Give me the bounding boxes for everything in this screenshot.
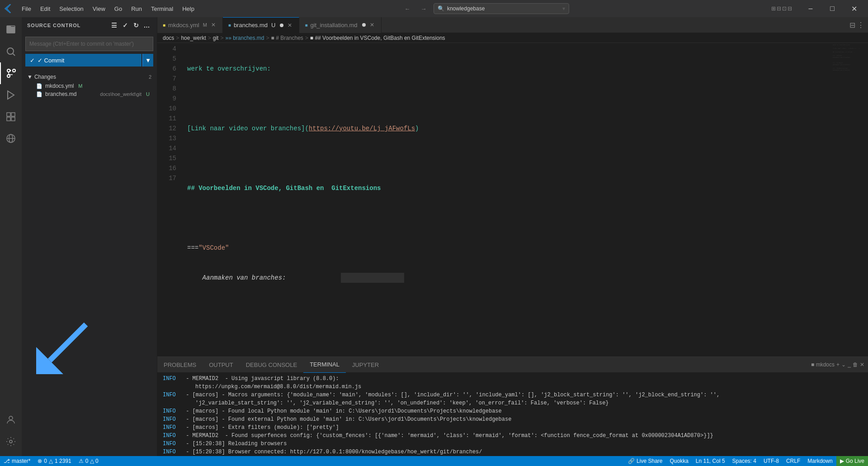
terminal-add-button[interactable]: + — [836, 361, 840, 368]
svg-marker-6 — [8, 91, 14, 99]
status-language[interactable]: Markdown — [804, 456, 836, 466]
status-spaces[interactable]: Spaces: 4 — [729, 456, 760, 466]
commit-row: ✓ ✓ Commit ▼ — [25, 54, 153, 67]
tab-branches-md[interactable]: ■ branches.md U ✕ — [223, 17, 300, 33]
breadcrumb-section[interactable]: ■ ## Voorbeelden in VSCode, GitBash en G… — [310, 35, 445, 41]
menu-file[interactable]: File — [17, 0, 36, 17]
status-go-live[interactable]: ▶ Go Live — [836, 456, 868, 466]
menu-help[interactable]: Help — [178, 0, 199, 17]
live-share-icon: 🔗 — [628, 458, 635, 464]
status-errors[interactable]: ⚠ 0 △ 0 — [75, 456, 102, 466]
activity-run[interactable] — [0, 84, 22, 106]
menu-run[interactable]: Run — [127, 0, 146, 17]
activity-extensions[interactable] — [0, 106, 22, 128]
tab-dot-2 — [362, 23, 366, 27]
go-live-label: Go Live — [846, 458, 864, 464]
svg-point-1 — [7, 48, 14, 54]
tab-debug-console[interactable]: DEBUG CONSOLE — [240, 357, 303, 373]
tab-jupyter[interactable]: JUPYTER — [346, 357, 385, 373]
svg-rect-9 — [7, 117, 10, 121]
code-editor: 4 5 6 7 8 9 10 11 12 13 14 15 16 17 werk… — [157, 43, 868, 357]
activity-settings[interactable] — [0, 431, 22, 452]
tab-close-git-install[interactable]: ✕ — [368, 21, 376, 29]
changes-label: Changes — [34, 74, 56, 80]
yaml-icon: ■ — [163, 23, 165, 28]
sidebar-action-more[interactable]: … — [142, 21, 151, 30]
tab-output[interactable]: OUTPUT — [203, 357, 239, 373]
activity-accounts[interactable] — [0, 409, 22, 431]
status-quokka[interactable]: Quokka — [666, 456, 692, 466]
status-encoding[interactable]: UTF-8 — [760, 456, 783, 466]
menu-go[interactable]: Go — [110, 0, 127, 17]
tab-label-mkdocs: mkdocs.yml — [168, 22, 199, 29]
menu-view[interactable]: View — [88, 0, 110, 17]
more-actions-icon[interactable]: ⋮ — [857, 21, 864, 29]
status-live-share[interactable]: 🔗 Live Share — [624, 456, 666, 466]
terminal-close-button[interactable]: ✕ — [860, 361, 864, 368]
commit-button[interactable]: ✓ ✓ Commit — [25, 54, 142, 67]
status-line-ending[interactable]: CRLF — [783, 456, 804, 466]
breadcrumb-branches-file[interactable]: »» branches.md — [225, 35, 264, 41]
sidebar: SOURCE CONTROL ☰ ✓ ↻ … Message (Ctrl+Ent… — [22, 17, 157, 456]
go-live-icon: ▶ — [840, 458, 844, 464]
terminal-line-9: INFO - [15:20:38] Reloading browsers — [163, 440, 863, 448]
terminal-split-button[interactable]: ⎯ — [848, 361, 851, 368]
minimize-button[interactable]: – — [800, 0, 821, 17]
title-bar-center: ← → 🔍 knowledgebase ▾ — [199, 2, 771, 15]
commit-message-input[interactable]: Message (Ctrl+Enter to commit on 'master… — [25, 37, 153, 51]
activity-remote[interactable] — [0, 128, 22, 149]
code-line-9: === "VSCode" — [187, 243, 832, 253]
encoding-label: UTF-8 — [764, 458, 779, 464]
back-button[interactable]: ← — [401, 2, 414, 15]
global-search-bar[interactable]: 🔍 knowledgebase ▾ — [434, 3, 569, 14]
activity-search[interactable] — [0, 41, 22, 62]
activity-explorer[interactable] — [0, 19, 22, 41]
breadcrumb-docs[interactable]: docs — [163, 35, 174, 41]
change-item-mkdocs[interactable]: 📄 mkdocs.yml M — [25, 82, 153, 90]
commit-dropdown-button[interactable]: ▼ — [142, 54, 153, 67]
menu-edit[interactable]: Edit — [36, 0, 55, 17]
change-item-branches[interactable]: 📄 branches.md docs\hoe_werkt\git U — [25, 90, 153, 98]
tab-modified-indicator: U — [271, 22, 275, 29]
breadcrumb-hash-branches[interactable]: ■ # Branches — [271, 35, 303, 41]
sidebar-action-list[interactable]: ☰ — [110, 21, 119, 30]
branch-icon: ⎇ — [4, 458, 10, 464]
terminal-chevron-button[interactable]: ⌄ — [841, 361, 846, 368]
change-status-u: U — [146, 91, 150, 97]
status-sync[interactable]: ⊗ 0 △ 1 2391 — [34, 456, 75, 466]
menu-selection[interactable]: Selection — [55, 0, 88, 17]
breadcrumb: docs > hoe_werkt > git > »» branches.md … — [157, 33, 868, 43]
status-position[interactable]: Ln 11, Col 5 — [692, 456, 729, 466]
tab-close-mkdocs[interactable]: ✕ — [210, 21, 217, 29]
tab-git-installation[interactable]: ■ git_installation.md ✕ — [299, 17, 381, 33]
tab-close-branches[interactable]: ✕ — [286, 22, 293, 29]
status-branch[interactable]: ⎇ master* — [0, 456, 34, 466]
terminal-line-2: https://unpkg.com/mermaid@8.8.0/dist/mer… — [163, 383, 863, 391]
tab-mkdocs-yml[interactable]: ■ mkdocs.yml M ✕ — [157, 17, 223, 33]
branch-name: master* — [12, 458, 30, 464]
change-filename: mkdocs.yml — [45, 83, 74, 89]
minimap: werk te overschrijven: [Link naar video.… — [832, 43, 868, 357]
commit-label: ✓ Commit — [38, 57, 64, 64]
split-editor-icon[interactable]: ⊟ — [849, 21, 855, 29]
maximize-button[interactable]: □ — [822, 0, 843, 17]
breadcrumb-git[interactable]: git — [213, 35, 219, 41]
activity-source-control[interactable] — [0, 62, 22, 84]
menu-terminal[interactable]: Terminal — [146, 0, 178, 17]
change-filepath: docs\hoe_werkt\git — [100, 91, 142, 97]
breadcrumb-hoe-werkt[interactable]: hoe_werkt — [181, 35, 206, 41]
terminal-trash-button[interactable]: 🗑 — [853, 361, 858, 368]
changes-header[interactable]: ▼ Changes 2 — [25, 72, 153, 82]
tab-terminal[interactable]: TERMINAL — [303, 357, 346, 373]
terminal-line-10: INFO - [15:20:38] Browser connected: htt… — [163, 448, 863, 456]
sidebar-action-refresh[interactable]: ↻ — [132, 21, 141, 30]
terminal-line-6: INFO - [macros] - Found external Python … — [163, 415, 863, 423]
sidebar-action-check[interactable]: ✓ — [121, 21, 130, 30]
tab-modified-m: M — [203, 22, 207, 28]
code-content[interactable]: werk te overschrijven: [Link naar video … — [180, 43, 832, 357]
tab-problems[interactable]: PROBLEMS — [157, 357, 203, 373]
forward-button[interactable]: → — [417, 2, 430, 15]
svg-rect-7 — [7, 113, 10, 116]
terminal-tab-actions: ■ mkdocs + ⌄ ⎯ 🗑 ✕ — [811, 361, 868, 368]
close-button[interactable]: ✕ — [844, 0, 864, 17]
